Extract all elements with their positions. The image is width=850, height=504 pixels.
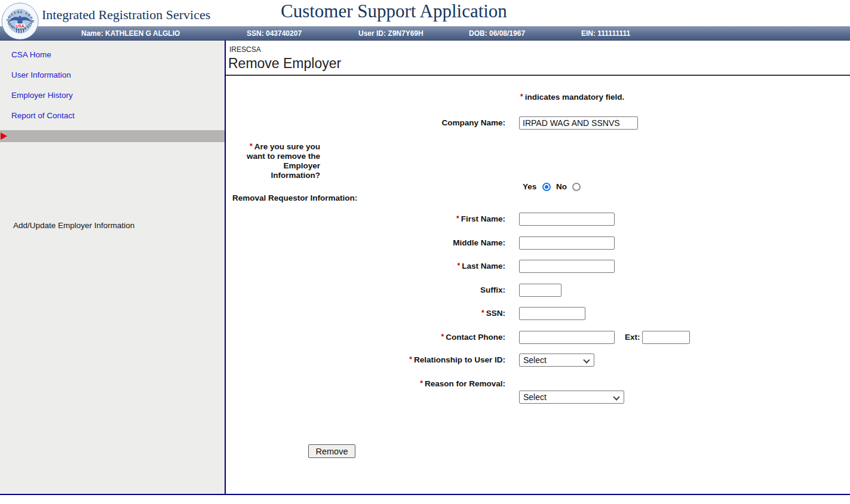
last-name-input[interactable] [519, 260, 615, 273]
middle-name-label: Middle Name: [326, 238, 505, 247]
page-title: Customer Support Application [281, 1, 507, 22]
userbar-user-id: User ID: Z9N7Y69H [358, 29, 424, 38]
selected-option: Select [523, 355, 547, 365]
sidebar-item-label: Add/Update Employer Information [13, 221, 134, 230]
ssa-seal-icon: USA SOCIAL SECURITY ADMINISTRATION [1, 2, 39, 40]
user-info-bar: Name: KATHLEEN G ALGLIO SSN: 043740207 U… [0, 26, 850, 41]
contact-phone-input[interactable] [519, 331, 615, 344]
mandatory-field-note: indicates mandatory field. [520, 93, 624, 102]
breadcrumb: IRESCSA [229, 45, 261, 54]
sidebar-item-csa-home[interactable]: CSA Home [11, 50, 51, 59]
suffix-label: Suffix: [326, 285, 505, 294]
userbar-ssn: SSN: 043740207 [247, 29, 302, 38]
suffix-input[interactable] [519, 284, 561, 297]
ssn-input[interactable] [519, 307, 585, 320]
ssn-label: SSN: [326, 309, 505, 318]
first-name-label: First Name: [326, 214, 505, 223]
relationship-to-user-id-label: Relationship to User ID: [326, 355, 505, 364]
yes-radio[interactable] [542, 183, 551, 191]
last-name-label: Last Name: [326, 262, 505, 271]
top-header: Integrated Registration Services Custome… [0, 0, 850, 26]
ext-label: Ext: [625, 333, 640, 342]
bottom-divider [0, 494, 850, 495]
userbar-dob: DOB: 06/08/1967 [469, 29, 525, 38]
middle-name-input[interactable] [519, 236, 615, 250]
sidebar-item-employer-history[interactable]: Employer History [11, 91, 73, 100]
removal-requestor-section-label: Removal Requestor Information: [232, 193, 357, 202]
confirm-remove-question: Are you sure you want to remove the Empl… [232, 142, 320, 180]
ext-input[interactable] [642, 331, 690, 344]
remove-button[interactable]: Remove [308, 444, 355, 458]
heading-divider [226, 75, 850, 76]
first-name-input[interactable] [519, 213, 615, 226]
active-item-arrow-icon [1, 133, 7, 140]
company-name-label: Company Name: [326, 118, 505, 127]
sidebar-nav: CSA Home User Information Employer Histo… [0, 41, 226, 494]
brand-title: Integrated Registration Services [42, 7, 210, 23]
selected-option: Select [523, 392, 547, 402]
no-radio[interactable] [572, 183, 581, 191]
sidebar-item-report-of-contact[interactable]: Report of Contact [11, 111, 75, 120]
sidebar-item-add-update-employer-information[interactable]: Add/Update Employer Information [0, 130, 225, 142]
sidebar-item-user-information[interactable]: User Information [11, 70, 71, 79]
contact-phone-label: Contact Phone: [326, 333, 505, 342]
reason-for-removal-select[interactable]: Select [519, 391, 624, 404]
yes-option-label: Yes [523, 182, 536, 191]
chevron-down-icon [583, 357, 590, 363]
userbar-ein: EIN: 111111111 [581, 29, 630, 38]
company-name-input[interactable] [519, 116, 638, 130]
userbar-name: Name: KATHLEEN G ALGLIO [81, 29, 180, 38]
no-option-label: No [556, 182, 567, 191]
section-heading: Remove Employer [228, 56, 341, 72]
chevron-down-icon [613, 394, 619, 400]
reason-for-removal-label: Reason for Removal: [326, 379, 505, 388]
relationship-to-user-id-select[interactable]: Select [519, 354, 594, 367]
main-content: IRESCSA Remove Employer indicates mandat… [226, 41, 850, 494]
